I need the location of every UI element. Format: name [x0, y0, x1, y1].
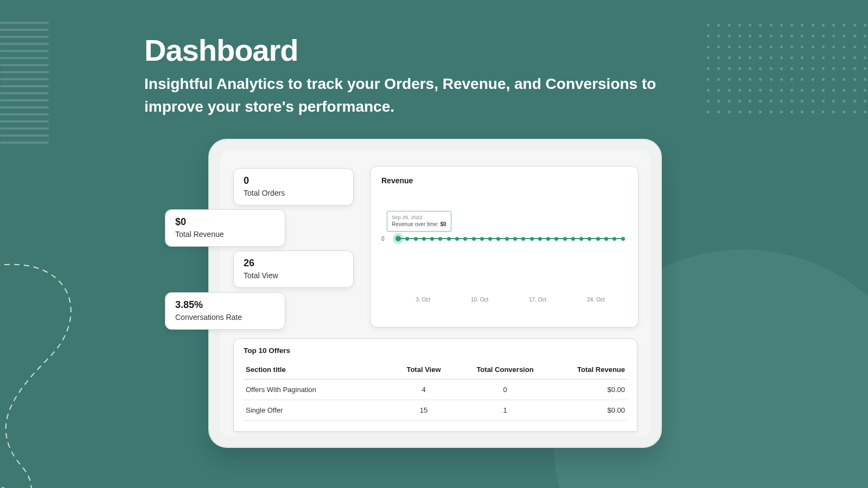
y-axis-zero-label: 0 — [381, 236, 385, 242]
table-title: Top 10 Offers — [244, 346, 627, 355]
col-total-view[interactable]: Total View — [383, 361, 464, 380]
chart-x-axis: 3. Oct 10. Oct 17. Oct 24. Oct — [395, 297, 625, 303]
cell-rev: $0.00 — [546, 380, 627, 400]
decorative-dashed-shape — [0, 249, 136, 488]
offers-table: Section title Total View Total Conversio… — [244, 361, 627, 421]
stat-value: 0 — [244, 175, 343, 187]
x-tick: 3. Oct — [416, 297, 430, 303]
stat-value: $0 — [175, 216, 275, 228]
top-offers-card: Top 10 Offers Section title Total View T… — [233, 338, 637, 432]
col-section-title[interactable]: Section title — [244, 361, 383, 380]
stat-card-total-view: 26 Total View — [233, 251, 354, 288]
x-tick: 17. Oct — [529, 297, 546, 303]
col-total-revenue[interactable]: Total Revenue — [546, 361, 627, 380]
cell-rev: $0.00 — [546, 400, 627, 421]
cell-view: 4 — [383, 380, 464, 400]
cell-title: Offers With Pagination — [244, 380, 383, 400]
chart-data-points — [395, 235, 625, 242]
stat-label: Total Revenue — [175, 230, 275, 239]
stat-label: Conversations Rate — [175, 313, 275, 322]
chart-plot-area[interactable]: 0 3. Oct 10. Oct 17. Oct 24. Oct — [381, 223, 627, 310]
page-title: Dashboard — [144, 33, 298, 68]
tooltip-date: Sep 29, 2022 — [392, 214, 446, 221]
stat-card-conversion-rate: 3.85% Conversations Rate — [165, 292, 285, 330]
chart-title: Revenue — [381, 176, 627, 185]
stat-label: Total View — [244, 271, 343, 280]
table-row[interactable]: Single Offer 15 1 $0.00 — [244, 400, 627, 421]
stat-value: 3.85% — [175, 299, 275, 311]
page-subtitle: Insightful Analytics to track your Order… — [144, 73, 714, 118]
decorative-lines — [0, 22, 49, 152]
cell-conv: 1 — [464, 400, 546, 421]
x-tick: 24. Oct — [587, 297, 604, 303]
revenue-chart-card: Revenue Sep 29, 2022 Revenue over time: … — [370, 166, 639, 328]
table-header-row: Section title Total View Total Conversio… — [244, 361, 627, 380]
stat-label: Total Orders — [244, 189, 343, 197]
cell-view: 15 — [383, 400, 464, 421]
table-row[interactable]: Offers With Pagination 4 0 $0.00 — [244, 380, 627, 400]
stat-card-total-orders: 0 Total Orders — [233, 168, 354, 206]
cell-conv: 0 — [464, 380, 546, 400]
stat-card-total-revenue: $0 Total Revenue — [165, 209, 285, 247]
x-tick: 10. Oct — [471, 297, 488, 303]
cell-title: Single Offer — [244, 400, 383, 421]
col-total-conversion[interactable]: Total Conversion — [464, 361, 546, 380]
decorative-dots — [705, 22, 868, 114]
stat-value: 26 — [244, 258, 343, 269]
